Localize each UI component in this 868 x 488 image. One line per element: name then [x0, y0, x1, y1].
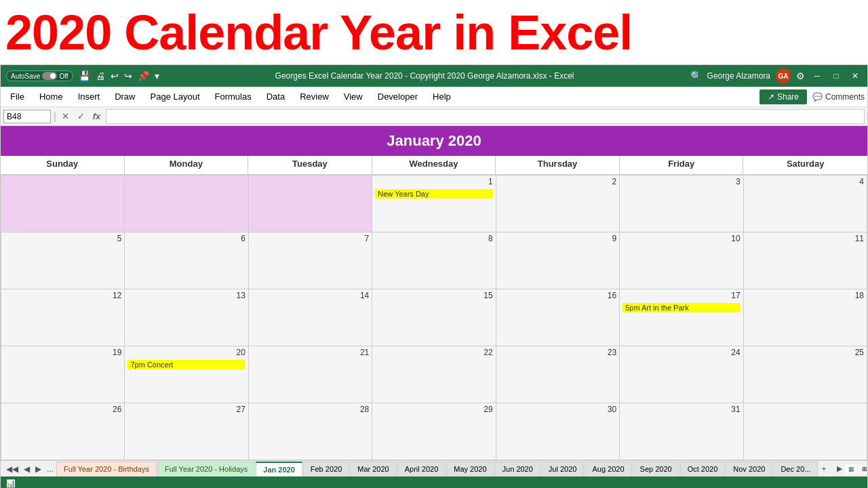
sheet-tab-7[interactable]: Jun 2020 [495, 462, 540, 476]
cal-cell[interactable]: 26 [1, 403, 125, 460]
sheet-tab-8[interactable]: Jul 2020 [541, 462, 585, 476]
cal-cell[interactable]: 10 [620, 232, 743, 289]
menu-review[interactable]: Review [293, 89, 336, 104]
tab-nav-first[interactable]: ◀◀ [3, 464, 21, 474]
menu-developer[interactable]: Developer [371, 89, 425, 104]
cell-reference[interactable] [3, 110, 51, 123]
sheet-tab-10[interactable]: Sep 2020 [633, 462, 679, 476]
menu-file[interactable]: File [3, 89, 31, 104]
sheet-tab-0[interactable]: Full Year 2020 - Birthdays [56, 462, 157, 476]
cal-cell[interactable]: 3 [620, 176, 743, 232]
menu-page-layout[interactable]: Page Layout [144, 89, 207, 104]
minimize-button[interactable]: ─ [810, 69, 824, 83]
sheet-tab-5[interactable]: April 2020 [397, 462, 446, 476]
cal-cell[interactable]: 21 [249, 346, 372, 403]
cal-cell[interactable]: 7 [249, 232, 372, 289]
autosave-toggle[interactable] [42, 72, 57, 80]
sheet-tab-9[interactable]: Aug 2020 [585, 462, 631, 476]
pin-icon[interactable]: 📌 [138, 70, 149, 81]
cal-cell[interactable]: 29 [372, 403, 496, 460]
sheet-tab-6[interactable]: May 2020 [446, 462, 494, 476]
close-button[interactable]: ✕ [848, 69, 862, 83]
cal-cell[interactable]: 14 [249, 289, 372, 346]
scroll-right-icon[interactable]: ▶ [837, 464, 842, 473]
menu-view[interactable]: View [337, 89, 370, 104]
more-icon[interactable]: ▾ [155, 70, 159, 81]
cal-cell[interactable] [1, 176, 125, 232]
settings-icon[interactable]: ⚙ [796, 70, 805, 81]
day-number: 17 [731, 291, 740, 300]
menu-draw[interactable]: Draw [108, 89, 142, 104]
cal-cell[interactable]: 12 [1, 289, 125, 346]
layout-view-btn[interactable]: ⊞ [859, 464, 867, 474]
cal-cell[interactable]: 22 [372, 346, 496, 403]
title-text: 2020 Calendar Year in Excel [5, 5, 632, 60]
cal-cell[interactable]: 16 [496, 289, 620, 346]
save-icon[interactable]: 💾 [79, 70, 90, 81]
day-number: 22 [484, 348, 492, 357]
formula-input[interactable] [106, 109, 865, 124]
event-bar[interactable]: New Years Day [375, 189, 492, 199]
menu-data[interactable]: Data [260, 89, 292, 104]
add-sheet-btn[interactable]: + [818, 464, 829, 474]
autosave-badge[interactable]: AutoSave Off [6, 70, 73, 81]
normal-view-btn[interactable]: ▦ [845, 464, 857, 474]
cal-cell[interactable]: 207pm Concert [125, 346, 248, 403]
menu-formulas[interactable]: Formulas [208, 89, 258, 104]
cal-cell[interactable]: 31 [620, 403, 743, 460]
cal-cell[interactable]: 5 [1, 232, 125, 289]
event-bar[interactable]: 5pm Art in the Park [623, 303, 740, 312]
cal-cell[interactable]: 24 [620, 346, 743, 403]
day-number: 1 [488, 177, 493, 186]
cal-cell[interactable]: 18 [744, 289, 867, 346]
cal-cell[interactable]: 2 [496, 176, 620, 232]
title-banner: 2020 Calendar Year in Excel [0, 0, 868, 64]
cal-cell[interactable]: 28 [249, 403, 372, 460]
redo-icon[interactable]: ↪ [124, 70, 132, 81]
tab-nav-prev[interactable]: ◀ [21, 464, 33, 474]
sheet-tab-13[interactable]: Dec 20... [773, 462, 818, 476]
sheet-tab-1[interactable]: Full Year 2020 - Holidays [157, 462, 255, 476]
sheet-tab-3[interactable]: Feb 2020 [303, 462, 349, 476]
comments-button[interactable]: 💬 Comments [812, 92, 865, 102]
user-avatar[interactable]: GA [776, 68, 791, 83]
cal-cell[interactable]: 25 [744, 346, 867, 403]
cal-cell[interactable]: 8 [372, 232, 496, 289]
cal-cell[interactable]: 13 [125, 289, 248, 346]
event-bar[interactable]: 7pm Concert [127, 360, 245, 369]
cal-cell[interactable]: 30 [496, 403, 620, 460]
cal-cell[interactable] [125, 176, 248, 232]
print-icon[interactable]: 🖨 [96, 70, 105, 81]
cal-cell[interactable]: 23 [496, 346, 620, 403]
formula-confirm[interactable]: ✓ [75, 110, 87, 123]
share-button[interactable]: ↗ Share [760, 89, 807, 104]
menu-help[interactable]: Help [426, 89, 458, 104]
cal-cell[interactable] [249, 176, 372, 232]
cal-cell[interactable]: 9 [496, 232, 620, 289]
formula-cancel[interactable]: ✕ [59, 110, 72, 123]
day-number: 25 [855, 348, 864, 357]
undo-icon[interactable]: ↩ [111, 70, 119, 81]
cal-cell[interactable]: 6 [125, 232, 248, 289]
cal-cell[interactable]: 1New Years Day [372, 176, 496, 232]
day-headers: Sunday Monday Tuesday Wednesday Thursday… [1, 156, 867, 175]
search-icon[interactable]: 🔍 [690, 70, 702, 81]
cal-cell[interactable]: 4 [744, 176, 867, 232]
tab-nav-next[interactable]: ▶ [33, 464, 44, 474]
restore-button[interactable]: □ [829, 69, 843, 83]
sheet-tab-4[interactable]: Mar 2020 [350, 462, 396, 476]
cal-cell[interactable] [744, 403, 867, 460]
cal-cell[interactable]: 11 [744, 232, 867, 289]
menu-home[interactable]: Home [33, 89, 70, 104]
menu-insert[interactable]: Insert [71, 89, 107, 104]
cal-cell[interactable]: 27 [125, 403, 248, 460]
tab-nav-more[interactable]: ... [44, 464, 56, 474]
share-label: Share [777, 92, 799, 102]
cal-cell[interactable]: 19 [1, 346, 125, 403]
cal-cell[interactable]: 15 [372, 289, 496, 346]
sheet-tab-12[interactable]: Nov 2020 [726, 462, 772, 476]
sheet-tab-2[interactable]: Jan 2020 [256, 462, 302, 476]
sheet-tab-11[interactable]: Oct 2020 [680, 462, 726, 476]
cal-cell[interactable]: 175pm Art in the Park [620, 289, 743, 346]
formula-function[interactable]: fx [90, 110, 104, 123]
